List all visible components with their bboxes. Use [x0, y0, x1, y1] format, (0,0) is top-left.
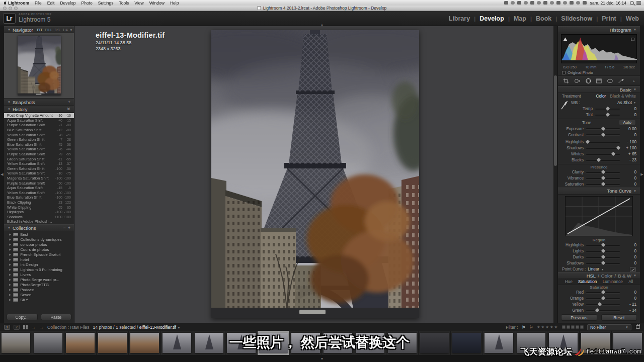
- slider-track[interactable]: [586, 172, 620, 173]
- expand-triangle-icon[interactable]: ▶: [9, 278, 11, 281]
- navigator-zoom-1-1[interactable]: 1:1: [55, 28, 60, 32]
- navigator-zoom-1-4[interactable]: 1:4: [62, 28, 67, 32]
- slider-thumb-icon[interactable]: [601, 182, 605, 186]
- menu-settings[interactable]: Settings: [98, 1, 114, 6]
- right-panel-reveal-icon[interactable]: ▶: [640, 26, 644, 323]
- add-collection-icon[interactable]: +: [68, 225, 70, 230]
- snapshots-header[interactable]: ▼ Snapshots +: [4, 99, 74, 106]
- notification-center-icon[interactable]: [636, 1, 641, 5]
- navigator-zoom-dropdown-icon[interactable]: ▾: [70, 28, 72, 32]
- edit-point-curve-icon[interactable]: [630, 267, 636, 272]
- add-snapshot-icon[interactable]: +: [68, 100, 70, 105]
- menubar-status-icon[interactable]: [583, 1, 587, 5]
- slider-thumb-icon[interactable]: [616, 146, 620, 150]
- slider-track[interactable]: [586, 263, 620, 264]
- slider-thumb-icon[interactable]: [597, 158, 601, 162]
- menu-file[interactable]: File: [35, 1, 42, 6]
- module-print[interactable]: Print: [602, 15, 616, 22]
- expand-triangle-icon[interactable]: ▶: [9, 233, 11, 236]
- history-step[interactable]: Yellow Saturation Shift-100-100: [4, 191, 74, 196]
- color-label-filter[interactable]: [562, 325, 584, 329]
- navigator-preview[interactable]: [4, 33, 74, 99]
- filmstrip-thumbnail[interactable]: [129, 331, 161, 355]
- menubar-status-icon[interactable]: [504, 1, 508, 5]
- hsl-panel-header[interactable]: HSL / Color / B & W ▼: [558, 272, 640, 279]
- hsl-color-title[interactable]: Color: [601, 273, 613, 279]
- menubar-status-icon[interactable]: [550, 1, 554, 5]
- remove-collection-icon[interactable]: −: [63, 225, 65, 230]
- slider-thumb-icon[interactable]: [601, 296, 605, 300]
- menubar-status-icon[interactable]: [524, 1, 528, 5]
- point-curve-dropdown-icon[interactable]: ▼: [601, 268, 604, 271]
- history-step[interactable]: Green Saturation Shift-100-56: [4, 166, 74, 171]
- tone-auto-button[interactable]: Auto: [619, 120, 636, 125]
- star-rating-filter[interactable]: ★★★★★: [537, 325, 558, 329]
- expand-triangle-icon[interactable]: ▶: [9, 283, 11, 286]
- expand-triangle-icon[interactable]: ▶: [9, 298, 11, 301]
- collection-item[interactable]: ▶Photo Serge word pr...: [4, 277, 74, 282]
- filmstrip-thumbnail[interactable]: [0, 331, 32, 355]
- collection-item[interactable]: ▶hotel: [4, 257, 74, 262]
- slider-track[interactable]: [586, 257, 620, 258]
- menubar-status-icon[interactable]: [517, 1, 521, 5]
- original-photo-checkbox[interactable]: [562, 71, 566, 74]
- hsl-tab-saturation[interactable]: Saturation: [578, 280, 597, 284]
- slider-thumb-icon[interactable]: [585, 140, 589, 144]
- history-step[interactable]: Black Clipping23123: [4, 200, 74, 205]
- selection-status[interactable]: 14 photos / 1 selected / eiffel-13-Modif…: [93, 325, 181, 330]
- collection-source[interactable]: Collection : Raw Files: [47, 325, 90, 330]
- slider-thumb-icon[interactable]: [611, 152, 615, 156]
- window-titlebar[interactable]: Lightroom 4 2013-2.lrcat - Adobe Photosh…: [0, 6, 644, 11]
- treatment-color-option[interactable]: Color: [596, 94, 606, 99]
- copy-button[interactable]: Copy...: [7, 314, 38, 320]
- menu-window[interactable]: Window: [149, 1, 165, 6]
- adjustment-brush-tool-icon[interactable]: [618, 77, 624, 84]
- filmstrip-thumbnail[interactable]: [483, 331, 515, 355]
- history-step[interactable]: White Clipping-6565: [4, 205, 74, 210]
- module-web[interactable]: Web: [626, 15, 639, 22]
- menubar-status-icon[interactable]: [530, 1, 534, 5]
- navigator-zoom-fill[interactable]: FILL: [45, 28, 53, 32]
- tone-curve-header[interactable]: Tone Curve ▼: [558, 188, 640, 195]
- menubar-status-icon[interactable]: [511, 1, 515, 5]
- collection-item[interactable]: ▶concour photos: [4, 242, 74, 247]
- history-step[interactable]: Blue Saturation Shift-12-88: [4, 128, 74, 133]
- slider-thumb-icon[interactable]: [601, 243, 605, 247]
- filmstrip-thumbnail[interactable]: [451, 331, 483, 355]
- history-step[interactable]: Shadows+100+100: [4, 214, 74, 219]
- navigator-header[interactable]: ▼ Navigator FITFILL1:11:4▾: [4, 26, 74, 33]
- collection-item[interactable]: ▶Lightroom 5 Full training: [4, 267, 74, 272]
- flag-pick-icon[interactable]: ⚑: [521, 325, 525, 330]
- minimize-window-icon[interactable]: [9, 7, 12, 10]
- menu-view[interactable]: View: [134, 1, 143, 6]
- previous-button[interactable]: Previous: [561, 314, 597, 321]
- tone-curve-graph[interactable]: [565, 196, 633, 236]
- slider-track[interactable]: [586, 142, 620, 143]
- treatment-bw-option[interactable]: Black & White: [610, 94, 636, 99]
- module-library[interactable]: Library: [449, 15, 470, 22]
- slider-thumb-icon[interactable]: [605, 107, 609, 111]
- history-step[interactable]: Yellow Saturation Shift-10-75: [4, 171, 74, 176]
- history-step[interactable]: Aqua Saturation Shift+0-15: [4, 118, 74, 123]
- radial-filter-tool-icon[interactable]: [607, 77, 613, 84]
- module-map[interactable]: Map: [514, 15, 526, 22]
- spot-removal-tool-icon[interactable]: [574, 77, 581, 84]
- history-header[interactable]: ▼ History ✕: [4, 106, 74, 113]
- filter-lock-icon[interactable]: [636, 325, 640, 329]
- reset-button[interactable]: Reset: [601, 314, 637, 321]
- slider-track[interactable]: [586, 310, 620, 311]
- wb-eyedropper-icon[interactable]: [560, 100, 568, 110]
- module-slideshow[interactable]: Slideshow: [561, 15, 592, 22]
- slider-track[interactable]: [595, 109, 620, 110]
- right-scrollbar-track[interactable]: [553, 26, 557, 323]
- menu-lightroom[interactable]: Lightroom: [8, 1, 29, 6]
- history-step[interactable]: Blue Saturation Shift-100-100: [4, 195, 74, 200]
- collection-item[interactable]: ▶SKY: [4, 297, 74, 302]
- expand-triangle-icon[interactable]: ▶: [9, 268, 11, 271]
- history-step[interactable]: Yellow Saturation Shift-6-44: [4, 147, 74, 152]
- previous-photo-icon[interactable]: →: [31, 325, 36, 330]
- collection-item[interactable]: ▶Seven: [4, 292, 74, 297]
- history-step[interactable]: Yellow Saturation Shift-13-57: [4, 161, 74, 166]
- filmstrip-thumbnail[interactable]: [161, 331, 193, 355]
- menu-photo[interactable]: Photo: [82, 1, 93, 6]
